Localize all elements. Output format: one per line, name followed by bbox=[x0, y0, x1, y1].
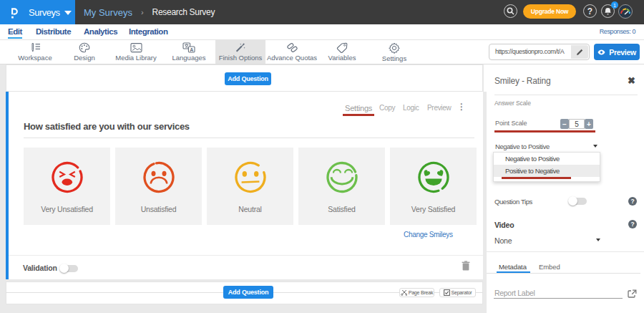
svg-text:A: A bbox=[190, 47, 193, 52]
